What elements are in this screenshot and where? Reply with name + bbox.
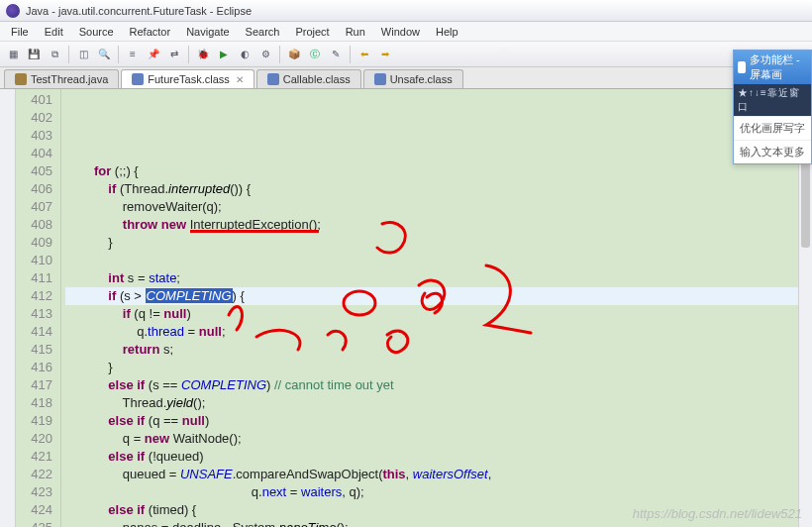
panel-title: 多功能栏 - 屏幕画 <box>750 53 807 82</box>
code-line[interactable]: nanos = deadline - System.nanoTime(); <box>65 519 812 527</box>
tab-unsafe-class[interactable]: Unsafe.class <box>363 69 463 88</box>
code-line[interactable]: else if (!queued) <box>65 448 812 466</box>
back-button[interactable]: ⬅ <box>355 46 373 63</box>
line-number: 414 <box>16 323 52 341</box>
run-button[interactable]: ▶ <box>215 46 233 63</box>
code-area[interactable]: for (;;) { if (Thread.interrupted()) { r… <box>61 89 812 527</box>
code-line[interactable]: if (q != null) <box>65 305 812 323</box>
search-button[interactable]: 🔍 <box>95 46 113 63</box>
code-line[interactable]: } <box>65 359 812 376</box>
editor-area: 4014024034044054064074084094104114124134… <box>0 89 812 527</box>
class-file-icon <box>374 73 386 85</box>
code-line[interactable]: Thread.yield(); <box>65 394 812 412</box>
vertical-ruler <box>0 89 16 527</box>
line-number: 410 <box>16 252 52 269</box>
code-line[interactable]: return s; <box>65 341 812 359</box>
line-number: 424 <box>16 501 52 519</box>
panel-row[interactable]: 优化画屏写字 <box>734 116 811 140</box>
line-number: 403 <box>16 127 52 145</box>
new-button[interactable]: ▦ <box>4 46 22 63</box>
class-file-icon <box>267 73 279 85</box>
menu-run[interactable]: Run <box>339 24 372 40</box>
code-line[interactable]: q.thread = null; <box>65 323 812 341</box>
link-button[interactable]: ⇄ <box>165 46 183 63</box>
line-number: 423 <box>16 483 52 501</box>
panel-row-left: 优化画屏 <box>740 121 783 136</box>
panel-row-right: 写字 <box>783 121 805 136</box>
menu-window[interactable]: Window <box>374 24 427 40</box>
code-line[interactable]: if (s > COMPLETING) { <box>65 287 812 305</box>
tab-label: Unsafe.class <box>390 73 453 85</box>
code-line[interactable]: else if (q == null) <box>65 412 812 430</box>
code-line[interactable]: else if (s == COMPLETING) // cannot time… <box>65 376 812 394</box>
line-number: 412 <box>16 287 52 305</box>
line-number-gutter: 4014024034044054064074084094104114124134… <box>16 89 61 527</box>
coverage-button[interactable]: ◐ <box>236 46 254 63</box>
line-number: 404 <box>16 145 52 162</box>
code-line[interactable]: } <box>65 234 812 252</box>
line-number: 408 <box>16 216 52 234</box>
save-all-button[interactable]: ⧉ <box>46 46 63 63</box>
line-number: 417 <box>16 376 52 394</box>
editor-tabs: TestThread.javaFutureTask.class✕Callable… <box>0 67 812 89</box>
panel-row-right: 更多 <box>783 145 805 159</box>
new-class-button[interactable]: Ⓒ <box>306 46 324 63</box>
line-number: 421 <box>16 448 52 466</box>
window-titlebar: Java - java.util.concurrent.FutureTask -… <box>0 0 812 22</box>
line-number: 416 <box>16 359 52 376</box>
tab-testthread-java[interactable]: TestThread.java <box>4 69 119 88</box>
line-number: 402 <box>16 109 52 127</box>
source-editor[interactable]: 4014024034044054064074084094104114124134… <box>16 89 812 527</box>
code-line[interactable]: else if (timed) { <box>65 501 812 519</box>
menu-refactor[interactable]: Refactor <box>123 24 178 40</box>
code-line[interactable]: int s = state; <box>65 269 812 287</box>
panel-icon <box>738 61 746 73</box>
line-number: 409 <box>16 234 52 252</box>
panel-row-left: 输入文本 <box>740 145 783 159</box>
forward-button[interactable]: ➡ <box>376 46 394 63</box>
code-line[interactable]: for (;;) { <box>65 162 812 180</box>
annotation-underline <box>190 230 319 233</box>
tab-futuretask-class[interactable]: FutureTask.class✕ <box>121 69 254 88</box>
line-number: 405 <box>16 162 52 180</box>
code-line[interactable] <box>65 252 812 269</box>
line-number: 419 <box>16 412 52 430</box>
code-line[interactable]: queued = UNSAFE.compareAndSwapObject(thi… <box>65 466 812 483</box>
line-number: 413 <box>16 305 52 323</box>
open-type-button[interactable]: ◫ <box>74 46 92 63</box>
line-number: 418 <box>16 394 52 412</box>
menu-source[interactable]: Source <box>72 24 121 40</box>
code-line[interactable]: q = new WaitNode(); <box>65 430 812 448</box>
line-number: 422 <box>16 466 52 483</box>
tab-label: FutureTask.class <box>148 73 230 85</box>
line-number: 401 <box>16 91 52 109</box>
tab-callable-class[interactable]: Callable.class <box>256 69 361 88</box>
toggle-breadcrumb-button[interactable]: ≡ <box>124 46 142 63</box>
code-line[interactable]: if (Thread.interrupted()) { <box>65 180 812 198</box>
panel-row[interactable]: 输入文本更多 <box>734 140 811 163</box>
code-line[interactable]: q.next = waiters, q); <box>65 483 812 501</box>
java-file-icon <box>15 73 27 85</box>
menu-file[interactable]: File <box>4 24 36 40</box>
menu-edit[interactable]: Edit <box>38 24 70 40</box>
close-icon[interactable]: ✕ <box>236 74 244 85</box>
floating-tool-panel[interactable]: 多功能栏 - 屏幕画 ★↑↓≡靠近窗口 优化画屏写字输入文本更多 <box>733 50 812 164</box>
menu-navigate[interactable]: Navigate <box>179 24 236 40</box>
line-number: 411 <box>16 269 52 287</box>
pin-button[interactable]: 📌 <box>145 46 162 63</box>
menu-project[interactable]: Project <box>288 24 336 40</box>
new-package-button[interactable]: 📦 <box>285 46 303 63</box>
open-task-button[interactable]: ✎ <box>327 46 345 63</box>
code-line[interactable]: throw new InterruptedException(); <box>65 216 812 234</box>
menu-help[interactable]: Help <box>429 24 465 40</box>
line-number: 415 <box>16 341 52 359</box>
eclipse-icon <box>6 4 20 18</box>
line-number: 406 <box>16 180 52 198</box>
panel-header[interactable]: 多功能栏 - 屏幕画 <box>734 51 811 84</box>
external-tools-button[interactable]: ⚙ <box>256 46 274 63</box>
debug-button[interactable]: 🐞 <box>194 46 212 63</box>
save-button[interactable]: 💾 <box>25 46 43 63</box>
menu-search[interactable]: Search <box>239 24 287 40</box>
main-toolbar: ▦ 💾 ⧉ ◫ 🔍 ≡ 📌 ⇄ 🐞 ▶ ◐ ⚙ 📦 Ⓒ ✎ ⬅ ➡ <box>0 42 812 67</box>
code-line[interactable]: removeWaiter(q); <box>65 198 812 216</box>
